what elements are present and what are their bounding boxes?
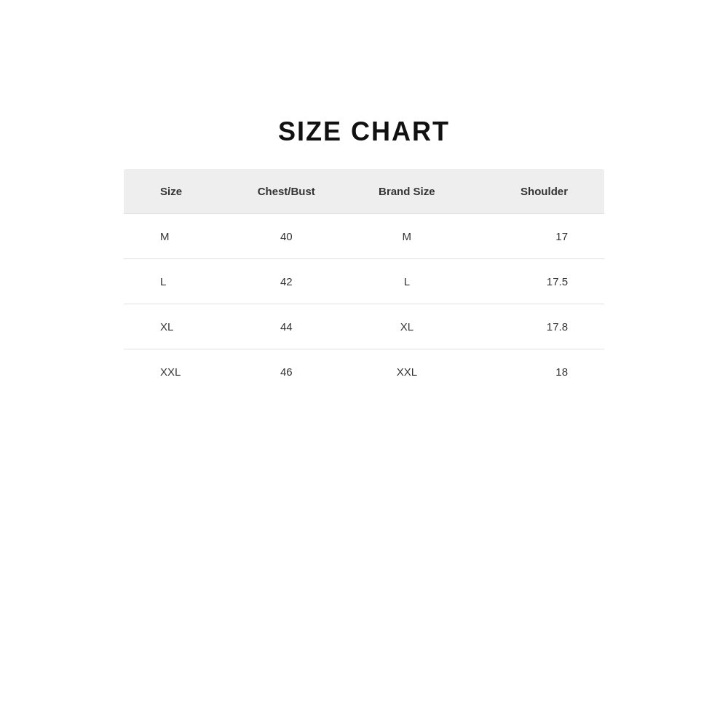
table-row: M 40 M 17 [124,214,604,259]
cell-shoulder-xxl: 18 [467,349,604,395]
cell-size-xxl: XXL [124,349,226,395]
size-chart-table-wrapper: Size Chest/Bust Brand Size Shoulder M 40… [124,169,604,394]
header-shoulder: Shoulder [467,169,604,214]
cell-shoulder-xl: 17.8 [467,304,604,349]
size-chart-table: Size Chest/Bust Brand Size Shoulder M 40… [124,169,604,394]
table-header: Size Chest/Bust Brand Size Shoulder [124,169,604,214]
cell-shoulder-m: 17 [467,214,604,259]
table-header-row: Size Chest/Bust Brand Size Shoulder [124,169,604,214]
table-row: XL 44 XL 17.8 [124,304,604,349]
cell-size-xl: XL [124,304,226,349]
cell-chest-m: 40 [226,214,347,259]
cell-chest-l: 42 [226,259,347,304]
cell-brand-l: L [347,259,467,304]
cell-chest-xl: 44 [226,304,347,349]
header-size: Size [124,169,226,214]
header-chest-bust: Chest/Bust [226,169,347,214]
table-row: L 42 L 17.5 [124,259,604,304]
cell-brand-xl: XL [347,304,467,349]
header-brand-size: Brand Size [347,169,467,214]
table-body: M 40 M 17 L 42 L 17.5 XL 44 XL 17.8 XXL … [124,214,604,395]
cell-shoulder-l: 17.5 [467,259,604,304]
cell-size-l: L [124,259,226,304]
cell-chest-xxl: 46 [226,349,347,395]
cell-brand-xxl: XXL [347,349,467,395]
table-row: XXL 46 XXL 18 [124,349,604,395]
cell-size-m: M [124,214,226,259]
page-title: SIZE CHART [278,116,450,147]
cell-brand-m: M [347,214,467,259]
